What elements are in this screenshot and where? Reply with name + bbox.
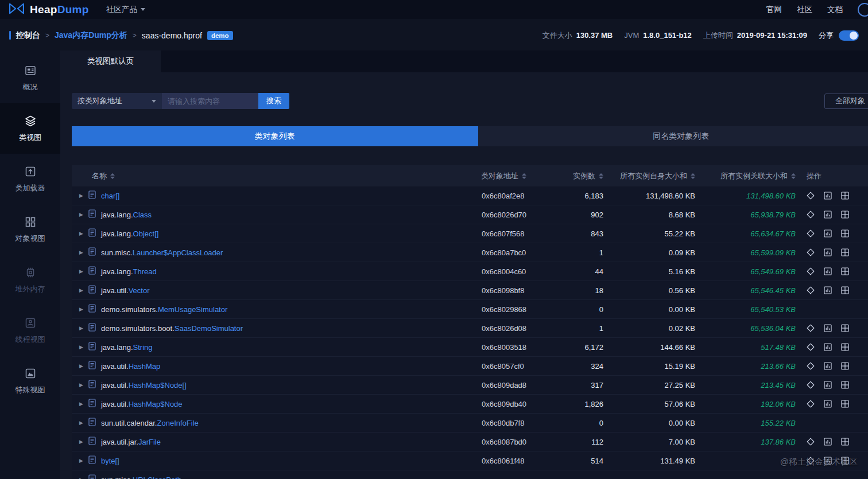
sidebar-item-overview[interactable]: 概况 (0, 53, 60, 103)
expand-arrow-icon[interactable]: ▶ (79, 344, 83, 350)
document-icon[interactable] (88, 342, 96, 352)
search-input[interactable] (162, 93, 258, 109)
document-icon[interactable] (88, 323, 96, 333)
sidebar-item-class-view[interactable]: 类视图 (0, 103, 60, 154)
bar-chart-icon[interactable] (824, 438, 832, 446)
breadcrumb-console[interactable]: 控制台 (16, 30, 40, 41)
grid-icon[interactable] (841, 286, 849, 294)
grid-icon[interactable] (841, 248, 849, 256)
expand-arrow-icon[interactable]: ▶ (79, 287, 83, 293)
document-icon[interactable] (88, 209, 96, 220)
all-objects-button[interactable]: 全部对象 (824, 94, 868, 109)
class-name-link[interactable]: HashMap$Node[] (129, 381, 187, 390)
diamond-icon[interactable] (807, 286, 815, 294)
expand-arrow-icon[interactable]: ▶ (79, 401, 83, 407)
nav-link-official-site[interactable]: 官网 (766, 5, 782, 15)
class-name-link[interactable]: SaasDemoSimulator (175, 324, 243, 333)
bar-chart-icon[interactable] (824, 211, 832, 219)
bar-chart-icon[interactable] (824, 229, 832, 237)
document-icon[interactable] (88, 304, 96, 314)
grid-icon[interactable] (841, 324, 849, 332)
tab-class-view-default[interactable]: 类视图默认页 (60, 50, 161, 72)
expand-arrow-icon[interactable]: ▶ (79, 363, 83, 369)
sort-icon[interactable] (522, 173, 526, 179)
diamond-icon[interactable] (807, 267, 815, 275)
sidebar-item-classloader[interactable]: 类加载器 (0, 154, 60, 204)
diamond-icon[interactable] (807, 362, 815, 370)
expand-arrow-icon[interactable]: ▶ (79, 382, 83, 388)
class-name-link[interactable]: HashMap (129, 362, 161, 371)
document-icon[interactable] (88, 361, 96, 371)
diamond-icon[interactable] (807, 229, 815, 237)
class-name-link[interactable]: Object[] (133, 229, 159, 238)
class-name-link[interactable]: JarFile (138, 438, 161, 446)
bar-chart-icon[interactable] (824, 267, 832, 275)
class-name-link[interactable]: byte[] (101, 457, 119, 465)
document-icon[interactable] (88, 399, 96, 409)
expand-arrow-icon[interactable]: ▶ (79, 420, 83, 426)
class-name-link[interactable]: char[] (101, 192, 120, 200)
share-toggle[interactable] (839, 30, 859, 41)
expand-arrow-icon[interactable]: ▶ (79, 439, 83, 445)
bar-chart-icon[interactable] (824, 400, 832, 408)
diamond-icon[interactable] (807, 457, 815, 465)
diamond-icon[interactable] (807, 438, 815, 446)
sort-icon[interactable] (691, 173, 695, 179)
expand-arrow-icon[interactable]: ▶ (79, 268, 83, 274)
grid-icon[interactable] (841, 400, 849, 408)
bar-chart-icon[interactable] (824, 362, 832, 370)
class-name-link[interactable]: Thread (133, 267, 157, 276)
class-name-link[interactable]: MemUsageSimulator (158, 305, 227, 314)
sort-icon[interactable] (791, 173, 796, 179)
diamond-icon[interactable] (807, 400, 815, 408)
grid-icon[interactable] (841, 457, 849, 465)
document-icon[interactable] (88, 228, 96, 239)
expand-arrow-icon[interactable]: ▶ (79, 325, 83, 331)
class-name-link[interactable]: Vector (129, 286, 150, 295)
grid-icon[interactable] (841, 211, 849, 219)
expand-arrow-icon[interactable]: ▶ (79, 306, 83, 312)
expand-arrow-icon[interactable]: ▶ (79, 231, 83, 236)
grid-icon[interactable] (841, 438, 849, 446)
diamond-icon[interactable] (807, 211, 815, 219)
sort-icon[interactable] (599, 173, 603, 179)
expand-arrow-icon[interactable]: ▶ (79, 250, 83, 255)
diamond-icon[interactable] (807, 324, 815, 332)
document-icon[interactable] (88, 455, 96, 466)
sidebar-item-special-view[interactable]: 特殊视图 (0, 356, 60, 406)
bar-chart-icon[interactable] (824, 457, 832, 465)
bar-chart-icon[interactable] (824, 324, 832, 332)
expand-arrow-icon[interactable]: ▶ (79, 458, 83, 464)
breadcrumb-dump-analysis[interactable]: Java内存Dump分析 (55, 30, 127, 41)
class-name-link[interactable]: ZoneInfoFile (157, 419, 199, 427)
expand-arrow-icon[interactable]: ▶ (79, 477, 83, 479)
search-button[interactable]: 搜索 (258, 93, 289, 109)
sidebar-item-thread-view[interactable]: 线程视图 (0, 305, 60, 356)
grid-icon[interactable] (841, 229, 849, 237)
diamond-icon[interactable] (807, 343, 815, 351)
bar-chart-icon[interactable] (824, 248, 832, 256)
tab-class-object-list[interactable]: 类对象列表 (72, 126, 478, 146)
diamond-icon[interactable] (807, 381, 815, 389)
bar-chart-icon[interactable] (824, 192, 832, 200)
nav-link-docs[interactable]: 文档 (827, 5, 843, 15)
grid-icon[interactable] (841, 343, 849, 351)
document-icon[interactable] (88, 285, 96, 295)
class-name-link[interactable]: Launcher$AppClassLoader (133, 248, 223, 257)
sort-icon[interactable] (110, 173, 115, 179)
search-filter-select[interactable]: 按类对象地址 (72, 93, 162, 109)
class-name-link[interactable]: Class (133, 211, 152, 219)
document-icon[interactable] (88, 474, 96, 479)
expand-arrow-icon[interactable]: ▶ (79, 212, 83, 217)
tab-same-name-class-object-list[interactable]: 同名类对象列表 (478, 126, 868, 146)
sidebar-item-object-view[interactable]: 对象视图 (0, 204, 60, 255)
document-icon[interactable] (88, 266, 96, 277)
document-icon[interactable] (88, 190, 96, 201)
bar-chart-icon[interactable] (824, 381, 832, 389)
class-name-link[interactable]: URLClassPath (133, 476, 181, 479)
class-name-link[interactable]: HashMap$Node (129, 400, 183, 408)
expand-arrow-icon[interactable]: ▶ (79, 193, 83, 198)
document-icon[interactable] (88, 418, 96, 428)
community-products-dropdown[interactable]: 社区产品 (106, 5, 145, 15)
diamond-icon[interactable] (807, 248, 815, 256)
